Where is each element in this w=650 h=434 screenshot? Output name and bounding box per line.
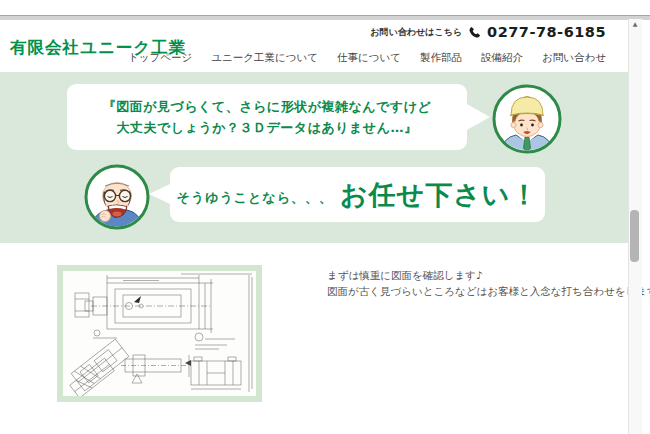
customer-avatar	[492, 84, 562, 154]
customer-bubble-tail	[465, 103, 490, 131]
reply-bubble-emphasis: お任せ下さい！	[340, 177, 539, 213]
page: 有限会社ユニーク工業 お問い合わせはこちら 0277-78-6185 トップペー…	[0, 0, 650, 434]
nav-item-about[interactable]: ユニーク工業について	[211, 51, 318, 65]
nav-item-equipment[interactable]: 設備紹介	[481, 51, 523, 65]
phone-number[interactable]: 0277-78-6185	[487, 24, 606, 40]
company-avatar	[84, 164, 150, 230]
customer-bubble-line1: 『図面が見づらくて、さらに形状が複雑なんですけど	[103, 98, 432, 116]
phone-icon	[468, 26, 481, 39]
window-top-edge	[0, 15, 650, 20]
main-nav: トップページ ユニーク工業について 仕事について 製作部品 設備紹介 お問い合わ…	[128, 51, 606, 65]
contact-label: お問い合わせはこちら	[370, 26, 462, 39]
caption-line2: 図面が古く見づらいところなどはお客様と入念な打ち合わせをします。	[327, 283, 650, 299]
customer-speech-bubble: 『図面が見づらくて、さらに形状が複雑なんですけど 大丈夫でしょうか？３Ｄデータは…	[67, 84, 467, 150]
customer-bubble-line2: 大丈夫でしょうか？３Ｄデータはありません…』	[117, 119, 418, 137]
reply-bubble-tail	[149, 183, 172, 205]
header-contact: お問い合わせはこちら 0277-78-6185	[370, 24, 606, 40]
caption-line1: まずは慎重に図面を確認します♪	[327, 267, 650, 283]
reply-bubble-lead: そうゆうことなら、、、	[177, 183, 333, 207]
drawing-caption: まずは慎重に図面を確認します♪ 図面が古く見づらいところなどはお客様と入念な打ち…	[327, 267, 650, 299]
scrollbar-up-arrow[interactable]: ▲	[630, 19, 640, 29]
nav-item-work[interactable]: 仕事について	[337, 51, 401, 65]
technical-drawing-image	[57, 265, 262, 402]
nav-item-contact[interactable]: お問い合わせ	[542, 51, 606, 65]
reply-speech-bubble: そうゆうことなら、、、 お任せ下さい！	[170, 167, 545, 222]
scrollbar-thumb[interactable]	[630, 210, 639, 262]
nav-item-products[interactable]: 製作部品	[420, 51, 462, 65]
nav-item-top[interactable]: トップページ	[128, 51, 192, 65]
